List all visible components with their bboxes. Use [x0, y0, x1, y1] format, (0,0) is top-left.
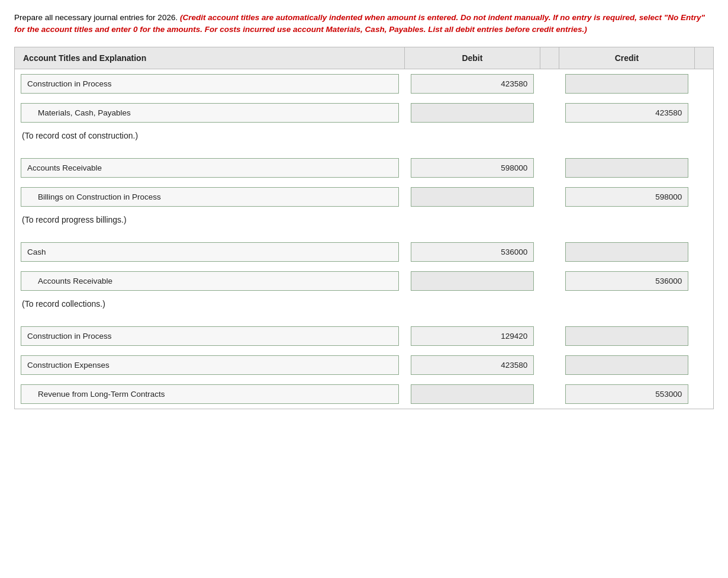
account-cell: [15, 380, 405, 409]
account-input[interactable]: [21, 326, 399, 346]
table-row: [15, 182, 714, 211]
header-account: Account Titles and Explanation: [15, 47, 405, 69]
table-row: [15, 266, 714, 296]
table-header-row: Account Titles and Explanation Debit Cre…: [15, 47, 714, 69]
entry-spacer: [15, 314, 714, 322]
entry-spacer: [15, 230, 714, 237]
credit-input[interactable]: [565, 355, 689, 375]
debit-input[interactable]: [411, 74, 534, 94]
instructions-block: Prepare all necessary journal entries fo…: [14, 12, 714, 36]
credit-cell: [559, 380, 695, 409]
account-cell: [15, 266, 405, 296]
header-credit: Credit: [559, 47, 695, 69]
debit-input[interactable]: [411, 326, 534, 346]
credit-cell: [559, 351, 695, 380]
credit-cell: [559, 153, 695, 182]
entry-note-row: (To record collections.): [15, 296, 714, 314]
credit-input[interactable]: [565, 158, 689, 178]
account-input[interactable]: [21, 355, 399, 375]
account-input[interactable]: [21, 74, 399, 94]
entry-note: (To record collections.): [15, 296, 714, 314]
account-cell: [15, 69, 405, 98]
credit-cell: [559, 182, 695, 211]
instructions-prefix: Prepare all necessary journal entries fo…: [14, 13, 178, 22]
credit-cell: [559, 237, 695, 266]
debit-cell: [405, 266, 540, 296]
account-cell: [15, 98, 405, 127]
credit-cell: [559, 266, 695, 296]
credit-input[interactable]: [565, 326, 689, 346]
entry-note: (To record cost of construction.): [15, 127, 714, 146]
account-input[interactable]: [21, 242, 399, 262]
table-row: [15, 322, 714, 351]
credit-input[interactable]: [565, 271, 689, 291]
table-row: [15, 98, 714, 127]
table-row: [15, 153, 714, 182]
entry-note-row: (To record progress billings.): [15, 211, 714, 230]
debit-cell: [405, 237, 540, 266]
table-row: [15, 351, 714, 380]
account-cell: [15, 351, 405, 380]
debit-input[interactable]: [411, 242, 534, 262]
journal-table: Account Titles and Explanation Debit Cre…: [14, 47, 714, 409]
credit-cell: [559, 69, 695, 98]
credit-input[interactable]: [565, 242, 689, 262]
debit-cell: [405, 380, 540, 409]
credit-input[interactable]: [565, 74, 689, 94]
credit-cell: [559, 322, 695, 351]
debit-cell: [405, 98, 540, 127]
debit-input[interactable]: [411, 355, 534, 375]
header-debit: Debit: [405, 47, 540, 69]
account-input[interactable]: [21, 187, 399, 207]
debit-cell: [405, 182, 540, 211]
account-input[interactable]: [21, 158, 399, 178]
credit-cell: [559, 98, 695, 127]
account-input[interactable]: [21, 103, 399, 123]
debit-input[interactable]: [411, 187, 534, 207]
entry-note: (To record progress billings.): [15, 211, 714, 230]
debit-cell: [405, 69, 540, 98]
debit-cell: [405, 351, 540, 380]
table-row: [15, 380, 714, 409]
table-row: [15, 237, 714, 266]
account-cell: [15, 237, 405, 266]
debit-cell: [405, 153, 540, 182]
debit-input[interactable]: [411, 103, 534, 123]
entry-note-row: (To record cost of construction.): [15, 127, 714, 146]
debit-input[interactable]: [411, 271, 534, 291]
table-row: [15, 69, 714, 98]
entry-spacer: [15, 146, 714, 153]
credit-input[interactable]: [565, 384, 689, 404]
debit-input[interactable]: [411, 158, 534, 178]
account-cell: [15, 182, 405, 211]
credit-input[interactable]: [565, 103, 689, 123]
credit-input[interactable]: [565, 187, 689, 207]
debit-input[interactable]: [411, 384, 534, 404]
account-cell: [15, 322, 405, 351]
account-input[interactable]: [21, 384, 399, 404]
account-cell: [15, 153, 405, 182]
account-input[interactable]: [21, 271, 399, 291]
debit-cell: [405, 322, 540, 351]
